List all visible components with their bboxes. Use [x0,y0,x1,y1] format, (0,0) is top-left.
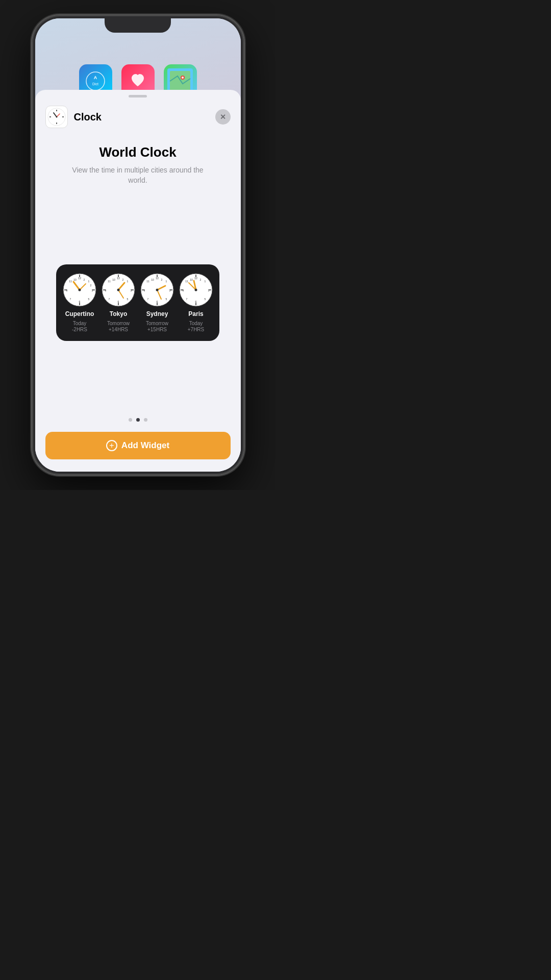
plus-circle-icon: + [106,440,117,451]
svg-point-88 [195,289,197,291]
paris-day: Today+7HRS [188,321,205,333]
modal-body: World Clock View the time in multiple ci… [35,134,241,408]
tokyo-label: Tokyo [110,310,127,317]
svg-text:2: 2 [161,278,163,281]
svg-text:11: 11 [108,280,111,283]
svg-text:7: 7 [186,298,188,301]
svg-text:5: 5 [205,298,206,301]
city-clock-cupertino: 12 1 3 5 6 7 9 11 2 10 2 [62,273,97,333]
pagination-dots [35,408,241,432]
svg-text:11: 11 [185,280,188,283]
screen: A Dict [35,18,241,472]
city-clock-tokyo: 12 1 3 5 6 7 9 11 2 10 [101,273,136,333]
svg-text:2: 2 [90,284,92,287]
svg-text:6: 6 [79,300,81,303]
svg-text:6: 6 [157,300,158,303]
svg-text:11: 11 [69,280,72,283]
modal-sheet: Clock ✕ World Clock View the time in mul… [35,90,241,472]
clock-app-icon [45,106,68,128]
svg-text:6: 6 [118,300,119,303]
svg-text:7: 7 [109,298,110,301]
city-clock-paris: 12 1 3 5 6 7 9 11 2 10 [179,273,213,333]
svg-text:Dict: Dict [92,82,98,86]
cupertino-day: Today-2HRS [72,321,87,333]
paris-clock-face: 12 1 3 5 6 7 9 11 2 10 [179,273,213,307]
svg-text:12: 12 [117,277,120,280]
svg-text:7: 7 [147,298,149,301]
svg-text:12: 12 [194,277,197,280]
app-name-label: Clock [74,111,209,123]
sydney-clock-face: 12 1 3 5 6 7 9 11 2 10 [140,273,174,307]
widget-title: World Clock [99,144,176,160]
close-button[interactable]: ✕ [215,109,231,125]
city-clock-sydney: 12 1 3 5 6 7 9 11 2 10 [140,273,174,333]
svg-point-70 [156,289,159,291]
svg-text:1: 1 [166,280,167,283]
svg-text:11: 11 [146,280,149,283]
add-widget-button[interactable]: + Add Widget [45,432,231,459]
svg-text:12: 12 [78,277,81,280]
svg-text:10: 10 [190,278,193,281]
svg-text:6: 6 [195,300,197,303]
svg-text:9: 9 [105,289,107,292]
tokyo-clock-face: 12 1 3 5 6 7 9 11 2 10 [101,273,136,307]
svg-text:3: 3 [169,289,171,292]
world-clock-widget: 12 1 3 5 6 7 9 11 2 10 2 [56,264,219,341]
svg-text:12: 12 [156,277,159,280]
svg-text:5: 5 [127,298,129,301]
cupertino-label: Cupertino [65,310,94,317]
svg-text:10: 10 [112,278,115,281]
pagination-dot-1[interactable] [129,418,132,422]
svg-text:1: 1 [88,280,90,283]
widget-description: View the time in multiple cities around … [66,165,209,185]
svg-text:9: 9 [183,289,184,292]
svg-text:10: 10 [151,278,154,281]
svg-point-15 [56,116,57,118]
svg-point-34 [79,289,81,291]
svg-text:A: A [94,75,97,80]
svg-text:2: 2 [84,278,85,281]
svg-text:2: 2 [122,278,124,281]
svg-text:3: 3 [208,289,210,292]
svg-text:9: 9 [66,289,68,292]
pagination-dot-2[interactable] [136,418,140,422]
cupertino-clock-face: 12 1 3 5 6 7 9 11 2 10 2 [62,273,97,307]
phone-frame: A Dict [32,15,244,475]
svg-point-6 [182,77,184,79]
sydney-label: Sydney [146,310,168,317]
modal-header: Clock ✕ [35,97,241,134]
svg-text:3: 3 [131,289,132,292]
add-widget-label: Add Widget [121,440,169,451]
svg-text:5: 5 [88,298,90,301]
svg-point-52 [117,289,120,291]
svg-text:5: 5 [166,298,167,301]
tokyo-day: Tomorrow+14HRS [107,321,130,333]
widget-preview-area: 12 1 3 5 6 7 9 11 2 10 2 [45,198,231,408]
svg-text:1: 1 [127,280,129,283]
svg-text:7: 7 [70,298,71,301]
notch [105,18,171,33]
svg-text:3: 3 [92,289,93,292]
sydney-day: Tomorrow+15HRS [146,321,168,333]
svg-text:10: 10 [73,278,77,281]
svg-text:1: 1 [205,280,206,283]
svg-text:2: 2 [200,278,202,281]
pagination-dot-3[interactable] [144,418,147,422]
paris-label: Paris [188,310,203,317]
svg-text:9: 9 [144,289,145,292]
